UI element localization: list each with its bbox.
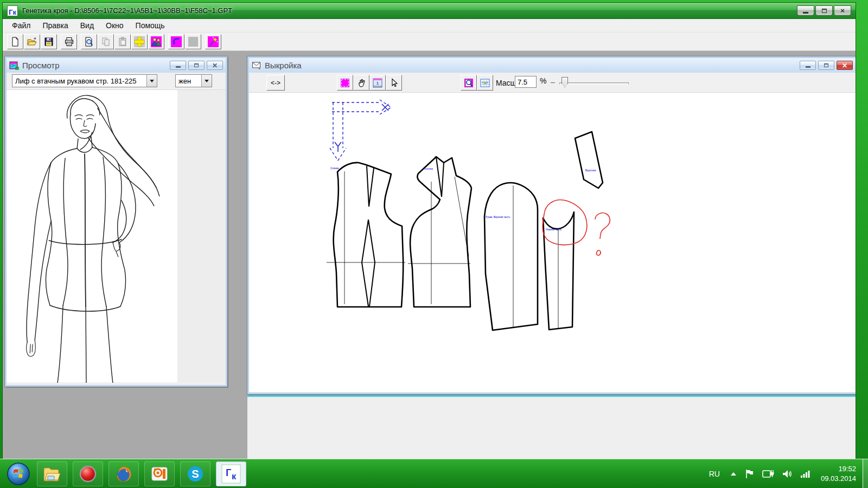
preview-titlebar[interactable]: Просмотр ✕ [7, 58, 226, 73]
blank-button[interactable] [185, 34, 201, 49]
svg-text:+a+: +a+ [482, 80, 489, 85]
menu-help[interactable]: Помощь [130, 20, 171, 31]
zoom-page-icon [463, 78, 474, 88]
pattern-titlebar[interactable]: Выкройка ✕ [249, 58, 856, 73]
pattern-minimize-button[interactable] [800, 61, 816, 70]
taskbar-screenshot-button[interactable] [144, 461, 175, 486]
pattern-pieces [334, 132, 603, 330]
svg-text:к: к [232, 472, 237, 481]
print-button[interactable] [61, 34, 77, 49]
scale-input[interactable] [515, 76, 537, 88]
action-center-button[interactable] [745, 469, 755, 479]
chevron-down-icon [150, 80, 154, 82]
close-icon: ✕ [212, 62, 218, 69]
pattern-window-icon [252, 61, 261, 70]
model-combobox[interactable]: Лиф с втачным рукавом стр. 181-225 [12, 74, 157, 87]
start-button[interactable] [5, 461, 31, 486]
piece-label-sleeve-upper: Рукав. Верхняя часть [486, 216, 510, 219]
blank-icon [187, 36, 199, 48]
menu-window[interactable]: Окно [100, 20, 130, 31]
preview-minimize-button[interactable] [170, 61, 186, 70]
pattern-window-title: Выкройка [265, 61, 302, 70]
paste-button[interactable] [114, 34, 131, 49]
zoom-slider-thumb[interactable] [561, 77, 568, 88]
open-button[interactable] [24, 34, 40, 49]
preview-close-button[interactable]: ✕ [207, 61, 223, 70]
pattern-restore-button[interactable] [818, 61, 834, 70]
power-indicator[interactable] [762, 469, 774, 479]
new-button[interactable] [7, 34, 23, 49]
gender-combobox-dropdown-button[interactable] [201, 75, 212, 87]
front-piece [410, 157, 471, 307]
svg-text:1: 1 [376, 80, 379, 85]
show-desktop-button[interactable] [863, 459, 868, 488]
add-cross-button[interactable] [131, 34, 148, 49]
titlebar: Гк Генетика кроя - D:\8506~1\7C22~1\A5B1… [3, 3, 856, 19]
main-toolbar [3, 33, 856, 51]
volume-indicator[interactable] [782, 469, 793, 479]
minimize-icon [803, 12, 808, 14]
save-button[interactable] [41, 34, 57, 49]
open-folder-icon [27, 36, 37, 47]
taskbar-recorder-button[interactable] [73, 461, 103, 486]
pattern-close-button[interactable]: ✕ [837, 61, 853, 70]
menu-file[interactable]: Файл [6, 20, 36, 31]
model-combobox-dropdown-button[interactable] [146, 75, 157, 87]
preview-restore-button[interactable] [188, 61, 205, 70]
percent-label: % [540, 76, 546, 85]
expand-width-button[interactable]: <-> [266, 75, 285, 91]
printer-icon [63, 36, 74, 47]
pattern-canvas[interactable]: Спинка Полочка Рукав. Верхняя часть Нижн… [249, 93, 856, 392]
menu-view[interactable]: Вид [74, 20, 100, 31]
people-button[interactable] [148, 34, 164, 49]
gender-combobox[interactable]: жен [175, 74, 212, 87]
app-window: Гк Генетика кроя - D:\8506~1\7C22~1\A5B1… [2, 2, 856, 459]
pan-tool-button[interactable] [353, 75, 369, 91]
save-floppy-icon [43, 36, 54, 47]
measure-table-button[interactable]: +a+ [477, 75, 493, 91]
preview-window-title: Просмотр [22, 61, 60, 70]
restore-icon [194, 63, 199, 67]
undo-button[interactable] [168, 34, 184, 49]
clock[interactable]: 19:52 09.03.2014 [821, 464, 856, 483]
copy-button[interactable] [98, 34, 114, 49]
taskbar-explorer-button[interactable] [37, 461, 67, 486]
network-indicator[interactable] [800, 470, 811, 478]
flag-icon [745, 469, 755, 479]
skype-icon: S [186, 465, 205, 483]
piece-label-back: Спинка [330, 167, 339, 170]
clock-time: 19:52 [821, 464, 856, 474]
construction-lines [327, 171, 558, 328]
paste-icon [117, 36, 128, 47]
close-icon: × [840, 7, 845, 15]
piece-label-collar: Воротник [585, 169, 596, 172]
new-document-icon [10, 36, 21, 47]
taskbar-skype-button[interactable]: S [180, 461, 210, 486]
maximize-button[interactable] [815, 5, 833, 16]
tray-expand-button[interactable] [730, 471, 737, 477]
magic-wand-icon [207, 36, 219, 48]
menubar: Файл Правка Вид Окно Помощь [3, 19, 856, 33]
zoom-preview-button[interactable] [461, 75, 477, 91]
zoom-slider-track[interactable] [559, 82, 629, 85]
measure-tool-button[interactable]: 1 [369, 75, 386, 91]
taskbar-genetika-button[interactable]: Гк [216, 461, 246, 486]
taskbar: S Гк RU 19:52 09.03.2014 [0, 459, 868, 488]
model-combobox-value: Лиф с втачным рукавом стр. 181-225 [12, 75, 146, 87]
wizard-button[interactable] [205, 34, 221, 49]
language-indicator[interactable]: RU [709, 470, 720, 478]
chevron-up-icon [730, 471, 737, 477]
piece-label-sleeve-under: Нижняя часть [546, 228, 562, 231]
firefox-icon [114, 465, 133, 483]
menu-edit[interactable]: Правка [36, 20, 74, 31]
axis-x-mark [382, 104, 388, 111]
genetika-kroya-icon: Гк [221, 464, 241, 484]
print-preview-button[interactable] [81, 34, 97, 49]
undo-arrow-icon [170, 36, 182, 48]
cursor-tool-button[interactable] [386, 75, 402, 91]
minimize-button[interactable] [797, 5, 814, 16]
close-button[interactable]: × [834, 5, 851, 16]
selection-tool-button[interactable] [337, 75, 353, 91]
taskbar-firefox-button[interactable] [108, 461, 139, 486]
measure-table-icon: +a+ [480, 78, 490, 88]
